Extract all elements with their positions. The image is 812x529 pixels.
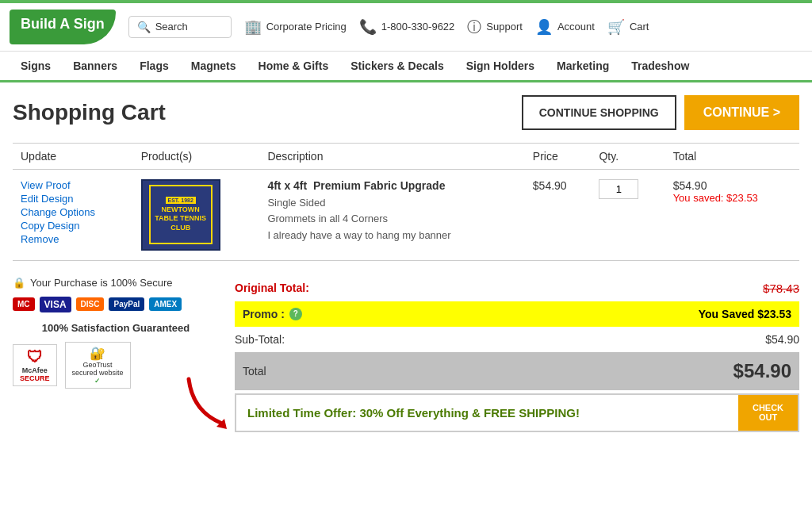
total-value: $54.90 — [673, 179, 791, 192]
phone-icon: 📞 — [359, 18, 377, 36]
nav-magnets[interactable]: Magnets — [180, 52, 247, 80]
red-arrow-icon — [181, 371, 244, 435]
lock-icon: 🔒 — [13, 277, 25, 289]
mcafee-badge: 🛡 McAfee SECURE — [13, 344, 57, 386]
original-total-value: $78.43 — [763, 282, 799, 295]
remove-link[interactable]: Remove — [21, 233, 125, 245]
mcafee-shield-icon: 🛡 — [27, 348, 43, 366]
product-image: EST. 1982 NEWTOWNTABLE TENNISCLUB — [141, 179, 220, 251]
geotrust-check: ✓ — [94, 377, 101, 385]
price-cell: $54.90 — [525, 169, 592, 260]
subtotal-row: Sub-Total: $54.90 — [235, 328, 799, 351]
discover-icon: DISC — [76, 297, 105, 311]
col-price: Price — [525, 143, 592, 169]
subtotal-label: Sub-Total: — [235, 333, 285, 346]
promo-offer-text: Limited Time Offer: 30% Off Everything &… — [247, 406, 785, 420]
amex-icon: AMEX — [149, 297, 182, 311]
total-row-value: $54.90 — [733, 360, 791, 382]
search-box[interactable]: 🔍 Search — [128, 16, 232, 38]
original-total-row: Original Total: $78.43 — [235, 277, 799, 300]
subtotal-value: $54.90 — [765, 333, 799, 346]
paypal-icon: PayPal — [109, 297, 144, 311]
phone-item[interactable]: 📞 1-800-330-9622 — [359, 18, 455, 36]
product-description: Single Sided Grommets in all 4 Corners I… — [267, 195, 516, 244]
pricing-summary: Original Total: $78.43 Promo : ? You Sav… — [235, 277, 799, 432]
copy-design-link[interactable]: Copy Design — [21, 220, 125, 232]
promo-help-icon[interactable]: ? — [289, 308, 302, 320]
support-item[interactable]: ⓘ Support — [467, 17, 523, 36]
col-total: Total — [665, 143, 799, 169]
logo[interactable]: Build A Sign — [10, 10, 116, 44]
cart-header-buttons: CONTINUE SHOPPING CONTINUE > — [522, 95, 799, 130]
nav-tradeshow[interactable]: Tradeshow — [620, 52, 700, 80]
account-icon: 👤 — [535, 18, 553, 36]
product-badge: EST. 1982 — [166, 197, 196, 204]
search-icon: 🔍 — [137, 21, 151, 33]
table-row: View Proof Edit Design Change Options Co… — [13, 169, 799, 260]
product-name: 4ft x 4ft Premium Fabric Upgrade — [267, 179, 516, 192]
top-bar: Build A Sign 🔍 Search 🏢 Corporate Pricin… — [0, 0, 812, 52]
nav-home-gifts[interactable]: Home & Gifts — [247, 52, 340, 80]
security-title: 🔒 Your Purchase is 100% Secure — [13, 277, 219, 289]
change-options-link[interactable]: Change Options — [21, 206, 125, 218]
nav-sign-holders[interactable]: Sign Holders — [455, 52, 546, 80]
total-row: Total $54.90 — [235, 352, 799, 390]
total-row-label: Total — [243, 365, 266, 378]
nav-bar: Signs Banners Flags Magnets Home & Gifts… — [0, 52, 812, 82]
col-qty: Qty. — [591, 143, 665, 169]
view-proof-link[interactable]: View Proof — [21, 179, 125, 191]
support-icon: ⓘ — [467, 17, 481, 36]
cart-table: Update Product(s) Description Price Qty.… — [13, 143, 799, 261]
cart-title: Shopping Cart — [13, 100, 166, 125]
promo-row: Promo : ? You Saved $23.53 — [235, 301, 799, 327]
nav-flags[interactable]: Flags — [128, 52, 180, 80]
saved-text: You saved: $23.53 — [673, 192, 791, 204]
account-item[interactable]: 👤 Account — [535, 18, 595, 36]
nav-marketing[interactable]: Marketing — [546, 52, 620, 80]
checkout-btn[interactable]: CHECKOUT — [738, 395, 798, 431]
total-cell: $54.90 You saved: $23.53 — [665, 169, 799, 260]
promo-label: Promo : ? — [243, 308, 302, 320]
promo-offer-box: Limited Time Offer: 30% Off Everything &… — [235, 393, 799, 432]
bottom-section: 🔒 Your Purchase is 100% Secure MC VISA D… — [13, 277, 799, 432]
cart-label: Cart — [630, 21, 649, 33]
geotrust-badge: 🔐 GeoTrust secured website ✓ — [65, 342, 131, 389]
guarantee-title: 100% Satisfaction Guaranteed — [13, 322, 219, 334]
mcafee-label: McAfee — [22, 366, 48, 374]
support-label: Support — [486, 21, 523, 33]
visa-icon: VISA — [40, 297, 71, 312]
product-cell: EST. 1982 NEWTOWNTABLE TENNISCLUB — [133, 169, 260, 260]
edit-design-link[interactable]: Edit Design — [21, 193, 125, 205]
nav-signs[interactable]: Signs — [10, 52, 62, 80]
account-label: Account — [557, 21, 595, 33]
original-total-label: Original Total: — [235, 282, 309, 295]
nav-banners[interactable]: Banners — [62, 52, 128, 80]
phone-number: 1-800-330-9622 — [381, 21, 455, 33]
promo-text: Promo : — [243, 308, 285, 320]
mastercard-icon: MC — [13, 297, 35, 311]
col-product: Product(s) — [133, 143, 260, 169]
cart-item[interactable]: 🛒 Cart — [607, 18, 649, 36]
col-update: Update — [13, 143, 133, 169]
geotrust-sub: secured website — [72, 369, 124, 377]
geotrust-icon: 🔐 — [90, 346, 105, 361]
product-text: NEWTOWNTABLE TENNISCLUB — [155, 205, 206, 233]
cart-icon: 🛒 — [607, 18, 625, 36]
col-description: Description — [259, 143, 524, 169]
corporate-pricing-item[interactable]: 🏢 Corporate Pricing — [244, 18, 347, 36]
nav-stickers-decals[interactable]: Stickers & Decals — [339, 52, 455, 80]
qty-cell — [591, 169, 665, 260]
description-cell: 4ft x 4ft Premium Fabric Upgrade Single … — [259, 169, 524, 260]
quantity-input[interactable] — [599, 179, 638, 199]
continue-shopping-button[interactable]: CONTINUE SHOPPING — [522, 95, 676, 130]
update-links: View Proof Edit Design Change Options Co… — [21, 179, 125, 245]
product-inner: EST. 1982 NEWTOWNTABLE TENNISCLUB — [149, 185, 213, 244]
building-icon: 🏢 — [244, 18, 262, 36]
corporate-pricing-label: Corporate Pricing — [266, 21, 347, 33]
continue-button[interactable]: CONTINUE > — [684, 95, 799, 130]
update-cell: View Proof Edit Design Change Options Co… — [13, 169, 133, 260]
promo-saved-text: You Saved $23.53 — [699, 308, 791, 320]
search-label: Search — [155, 21, 188, 33]
checkout-btn-label: CHECKOUT — [753, 403, 783, 422]
mcafee-sub: SECURE — [20, 374, 50, 382]
